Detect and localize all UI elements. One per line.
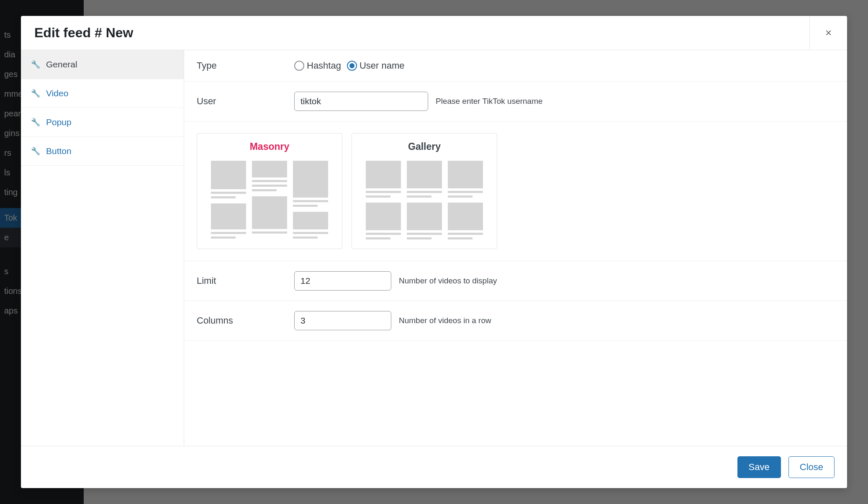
settings-tabs: 🔧 General 🔧 Video 🔧 Popup 🔧 Button bbox=[21, 50, 184, 446]
type-radio-group: Hashtag User name bbox=[294, 60, 405, 71]
tab-label: Button bbox=[46, 146, 72, 156]
label-type: Type bbox=[197, 60, 287, 71]
user-input[interactable] bbox=[294, 92, 428, 111]
gallery-preview bbox=[360, 161, 488, 239]
wrench-icon: 🔧 bbox=[31, 60, 40, 69]
row-limit: Limit Number of videos to display bbox=[184, 261, 847, 301]
form-area: Type Hashtag User name User Please enter… bbox=[184, 50, 847, 446]
save-button[interactable]: Save bbox=[737, 456, 781, 478]
hint-user: Please enter TikTok username bbox=[436, 97, 543, 106]
tab-label: Popup bbox=[46, 117, 72, 127]
modal-body: 🔧 General 🔧 Video 🔧 Popup 🔧 Button Type bbox=[21, 50, 847, 446]
modal-title: Edit feed # New bbox=[34, 25, 134, 41]
radio-hashtag[interactable]: Hashtag bbox=[294, 60, 341, 71]
label-user: User bbox=[197, 96, 287, 107]
row-user: User Please enter TikTok username bbox=[184, 82, 847, 121]
hint-limit: Number of videos to display bbox=[399, 276, 497, 285]
wrench-icon: 🔧 bbox=[31, 118, 40, 127]
limit-input[interactable] bbox=[294, 271, 391, 291]
radio-username[interactable]: User name bbox=[347, 60, 405, 71]
label-columns: Columns bbox=[197, 315, 287, 326]
layout-title: Masonry bbox=[205, 141, 334, 152]
row-columns: Columns Number of videos in a row bbox=[184, 301, 847, 341]
modal-header: Edit feed # New × bbox=[21, 16, 847, 50]
wrench-icon: 🔧 bbox=[31, 147, 40, 156]
masonry-preview bbox=[205, 161, 334, 239]
radio-icon bbox=[294, 61, 304, 71]
modal-footer: Save Close bbox=[21, 446, 847, 488]
layout-title: Gallery bbox=[360, 141, 488, 152]
layout-masonry[interactable]: Masonry bbox=[197, 133, 342, 249]
columns-input[interactable] bbox=[294, 311, 391, 330]
radio-label: User name bbox=[360, 60, 405, 71]
layout-gallery[interactable]: Gallery bbox=[352, 133, 497, 249]
tab-label: Video bbox=[46, 88, 68, 98]
radio-icon bbox=[347, 61, 357, 71]
tab-button[interactable]: 🔧 Button bbox=[21, 137, 184, 166]
row-layout: Masonry bbox=[184, 121, 847, 261]
tab-popup[interactable]: 🔧 Popup bbox=[21, 108, 184, 137]
tab-video[interactable]: 🔧 Video bbox=[21, 79, 184, 108]
label-limit: Limit bbox=[197, 275, 287, 286]
hint-columns: Number of videos in a row bbox=[399, 316, 491, 325]
radio-label: Hashtag bbox=[307, 60, 341, 71]
tab-general[interactable]: 🔧 General bbox=[21, 50, 184, 79]
close-icon[interactable]: × bbox=[809, 16, 847, 50]
tab-label: General bbox=[46, 59, 77, 69]
wrench-icon: 🔧 bbox=[31, 89, 40, 98]
close-button[interactable]: Close bbox=[788, 456, 835, 478]
edit-feed-modal: Edit feed # New × 🔧 General 🔧 Video 🔧 Po… bbox=[21, 16, 847, 488]
row-type: Type Hashtag User name bbox=[184, 50, 847, 82]
